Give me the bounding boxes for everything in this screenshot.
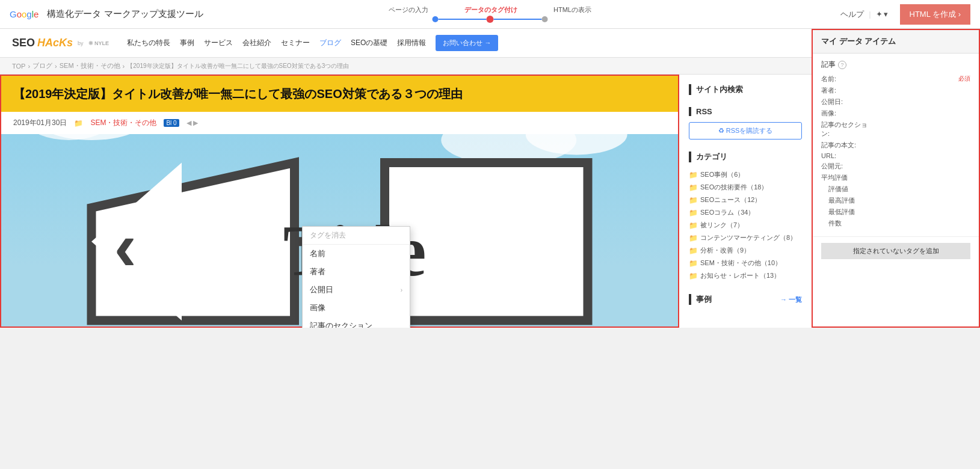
topbar-right: ヘルプ | ✦ ▾ HTML を作成 › bbox=[840, 4, 970, 25]
step-dot-2 bbox=[486, 16, 493, 23]
step-dot-3 bbox=[541, 16, 547, 22]
rss-subscribe-button[interactable]: ♻ RSSを購読する bbox=[689, 122, 802, 139]
site-header: SEO HAcKs by ❊ NYLE 私たちの特長 事例 サービス 会社紹介 … bbox=[0, 29, 812, 58]
nav-recruit[interactable]: 採用情報 bbox=[397, 38, 426, 48]
category-item-9[interactable]: 📁お知らせ・レポート（13） bbox=[689, 269, 802, 282]
field-rating-val: 評価値 bbox=[821, 185, 970, 194]
category-item-3[interactable]: 📁SEOニュース（12） bbox=[689, 194, 802, 206]
sidebar-search-widget: サイト内検索 bbox=[689, 84, 802, 95]
breadcrumb-top[interactable]: TOP bbox=[12, 63, 25, 70]
svg-text:‹: ‹ bbox=[114, 209, 137, 284]
category-item-7[interactable]: 📁分析・改善（9） bbox=[689, 244, 802, 257]
preview-area: SEO HAcKs by ❊ NYLE 私たちの特長 事例 サービス 会社紹介 … bbox=[0, 29, 812, 328]
sidebar: サイト内検索 RSS ♻ RSSを購読する カテゴリ 📁SEO事例（6） 📁SE… bbox=[679, 75, 812, 328]
nav-about[interactable]: 会社紹介 bbox=[242, 38, 271, 48]
data-panel: マイ データ アイテム 記事 ? 名前: 必須 著者: 公開日: 画像: 記事の… bbox=[812, 29, 980, 328]
field-url: URL: bbox=[821, 152, 970, 159]
logo-by: by bbox=[78, 40, 84, 46]
context-menu-item-name[interactable]: 名前 bbox=[303, 245, 410, 263]
step-line-1 bbox=[438, 19, 486, 20]
breadcrumb-blog[interactable]: ブログ bbox=[32, 61, 52, 70]
sidebar-search-title: サイト内検索 bbox=[689, 84, 802, 95]
field-max-rating: 最高評価 bbox=[821, 196, 970, 205]
help-link[interactable]: ヘルプ bbox=[840, 9, 864, 20]
category-item-4[interactable]: 📁SEOコラム（34） bbox=[689, 206, 802, 219]
category-list: 📁SEO事例（6） 📁SEOの技術要件（18） 📁SEOニュース（12） 📁SE… bbox=[689, 168, 802, 282]
field-pubdate: 公開日: bbox=[821, 97, 970, 106]
field-section: 記事のセクション: bbox=[821, 120, 970, 138]
context-menu-item-section[interactable]: 記事のセクション bbox=[303, 317, 410, 328]
sidebar-rss-title: RSS bbox=[689, 107, 802, 116]
category-item-6[interactable]: 📁コンテンツマーケティング（8） bbox=[689, 231, 802, 244]
step-label-2: データのタグ付け bbox=[464, 5, 517, 14]
article-area: 【2019年決定版】タイトル改善が唯一無二にして最強のSEO対策である３つの理由… bbox=[0, 75, 679, 328]
google-toolbar: Google 構造化データ マークアップ支援ツール ページの入力 データのタグ付… bbox=[0, 0, 980, 29]
sidebar-category-widget: カテゴリ 📁SEO事例（6） 📁SEOの技術要件（18） 📁SEOニュース（12… bbox=[689, 152, 802, 282]
tool-title: 構造化データ マークアップ支援ツール bbox=[47, 8, 203, 20]
html-create-button[interactable]: HTML を作成 › bbox=[900, 4, 970, 25]
article-title: 【2019年決定版】タイトル改善が唯一無二にして最強のSEO対策である３つの理由 bbox=[13, 85, 666, 102]
sidebar-rss-widget: RSS ♻ RSSを購読する bbox=[689, 107, 802, 139]
logo-nyle: ❊ NYLE bbox=[88, 40, 109, 46]
sidebar-jirei-title: 事例 → 一覧 bbox=[689, 294, 802, 305]
article-meta: 2019年01月30日 📁 SEM・技術・その他 Bl 0 ◀ ▶ bbox=[1, 112, 678, 134]
article-category[interactable]: SEM・技術・その他 bbox=[90, 118, 156, 128]
add-tag-button[interactable]: 指定されていないタグを追加 bbox=[821, 243, 970, 259]
settings-button[interactable]: ✦ ▾ bbox=[876, 10, 888, 19]
bl-badge: Bl 0 bbox=[164, 119, 179, 127]
site-nav: 私たちの特長 事例 サービス 会社紹介 セミナー ブログ SEOの基礎 採用情報… bbox=[127, 35, 800, 51]
sidebar-category-title: カテゴリ bbox=[689, 152, 802, 162]
context-menu-item-image[interactable]: 画像 bbox=[303, 299, 410, 317]
step-labels: ページの入力 データのタグ付け HTMLの表示 bbox=[389, 5, 591, 14]
logo-seo: SEO bbox=[12, 37, 35, 49]
nav-features[interactable]: 私たちの特長 bbox=[127, 38, 170, 48]
category-item-8[interactable]: 📁SEM・技術・その他（10） bbox=[689, 257, 802, 269]
section-help-icon[interactable]: ? bbox=[838, 61, 846, 69]
nav-contact[interactable]: お問い合わせ → bbox=[436, 35, 498, 51]
field-count: 件数 bbox=[821, 219, 970, 228]
step-line-2 bbox=[493, 19, 541, 20]
context-menu-item-author[interactable]: 著者 bbox=[303, 263, 410, 281]
category-item-2[interactable]: 📁SEOの技術要件（18） bbox=[689, 181, 802, 194]
context-menu-header: タグを消去 bbox=[303, 227, 410, 245]
field-image: 画像: bbox=[821, 109, 970, 118]
context-menu: タグを消去 名前 著者 公開日 › 画像 記事のセクション bbox=[302, 226, 410, 328]
step-dot-1 bbox=[432, 16, 438, 22]
article-date: 2019年01月30日 bbox=[13, 118, 67, 128]
nav-cases[interactable]: 事例 bbox=[180, 38, 194, 48]
field-name: 名前: 必須 bbox=[821, 75, 970, 84]
progress-bar: ページの入力 データのタグ付け HTMLの表示 bbox=[389, 5, 591, 23]
category-item-5[interactable]: 📁被リンク（7） bbox=[689, 219, 802, 231]
field-avg-rating: 平均評価 bbox=[821, 173, 970, 182]
data-section-title: 記事 ? bbox=[821, 60, 970, 70]
step-label-1: ページの入力 bbox=[389, 5, 428, 14]
field-min-rating: 最低評価 bbox=[821, 207, 970, 216]
article-title-block: 【2019年決定版】タイトル改善が唯一無二にして最強のSEO対策である３つの理由 bbox=[1, 76, 678, 112]
nav-seo-basics[interactable]: SEOの基礎 bbox=[351, 38, 387, 48]
breadcrumb-article: 【2019年決定版】タイトル改善が唯一無二にして最強のSEO対策である3つの理由 bbox=[127, 62, 349, 70]
google-logo: Google 構造化データ マークアップ支援ツール bbox=[10, 8, 203, 20]
data-panel-footer: 指定されていないタグを追加 bbox=[813, 236, 979, 265]
breadcrumb-category[interactable]: SEM・技術・その他 bbox=[60, 61, 120, 70]
google-g: Google bbox=[10, 9, 39, 19]
nav-services[interactable]: サービス bbox=[204, 38, 233, 48]
breadcrumb: TOP › ブログ › SEM・技術・その他 › 【2019年決定版】タイトル改… bbox=[0, 58, 812, 75]
field-publisher: 公開元: bbox=[821, 162, 970, 171]
content-layout: 【2019年決定版】タイトル改善が唯一無二にして最強のSEO対策である３つの理由… bbox=[0, 75, 812, 328]
sidebar-jirei-widget: 事例 → 一覧 bbox=[689, 294, 802, 305]
logo-hacks: HAcKs bbox=[37, 37, 73, 49]
context-menu-item-pubdate[interactable]: 公開日 › bbox=[303, 281, 410, 299]
main-wrapper: SEO HAcKs by ❊ NYLE 私たちの特長 事例 サービス 会社紹介 … bbox=[0, 29, 980, 328]
field-body: 記事の本文: bbox=[821, 141, 970, 150]
site-logo: SEO HAcKs by ❊ NYLE bbox=[12, 37, 109, 49]
data-panel-header: マイ データ アイテム bbox=[813, 30, 979, 54]
data-panel-body: 記事 ? 名前: 必須 著者: 公開日: 画像: 記事のセクション: 記事の本文… bbox=[813, 54, 979, 236]
step-label-3: HTMLの表示 bbox=[553, 5, 591, 14]
step-dots bbox=[432, 16, 547, 23]
field-author: 著者: bbox=[821, 86, 970, 95]
nav-blog[interactable]: ブログ bbox=[319, 38, 341, 48]
category-item-1[interactable]: 📁SEO事例（6） bbox=[689, 168, 802, 181]
jirei-link[interactable]: → 一覧 bbox=[780, 295, 802, 304]
nav-seminar[interactable]: セミナー bbox=[281, 38, 310, 48]
html-create-wrap: HTML を作成 › bbox=[900, 4, 970, 25]
